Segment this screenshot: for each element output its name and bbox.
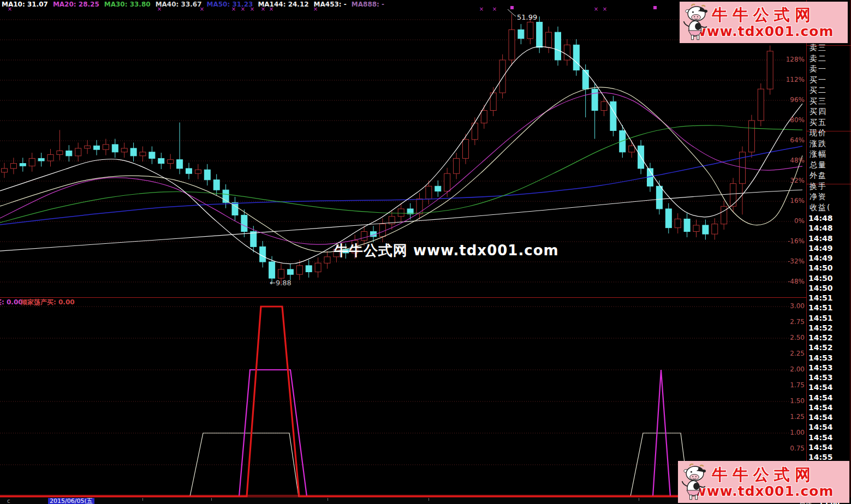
candle-body: [57, 151, 63, 155]
ad-banner-top[interactable]: 牛牛公式网 www.tdx001.com: [680, 2, 848, 43]
candle-body: [537, 22, 543, 47]
axis-tick: [328, 498, 328, 501]
candle-body: [278, 269, 284, 278]
candle-body: [38, 158, 44, 161]
low-price-annotation: ←9.88: [270, 279, 291, 287]
tick-time-row: 14:48: [808, 214, 833, 223]
orderbook-label: 收益(: [810, 203, 831, 213]
tick-time-row: 14:48: [808, 234, 833, 243]
candle-body: [103, 145, 109, 149]
signal-square-mark: [653, 6, 657, 9]
axis-tick: [211, 498, 212, 501]
tick-time-row: 14:49: [808, 254, 833, 262]
candle-body: [665, 209, 671, 228]
signal-x-mark: ×: [594, 6, 598, 12]
ma-label: MA453: -: [314, 1, 347, 8]
candle-body: [287, 269, 293, 274]
candle-body: [204, 170, 210, 180]
axis-tick: [142, 498, 143, 501]
tick-time-row: 14:54: [808, 413, 833, 422]
candle-body: [509, 30, 515, 61]
candle-body: [251, 232, 257, 247]
tick-time-row: 14:52: [808, 333, 833, 342]
ad-banner-bottom[interactable]: 牛牛公式网 www.tdx001.com: [678, 461, 849, 503]
candle-body: [426, 186, 432, 199]
sub-tick-label: 1.75: [762, 382, 805, 389]
candle-body: [361, 232, 367, 241]
candle-body: [601, 101, 607, 110]
sub-tick-label: 1.50: [762, 398, 805, 405]
candle-body: [47, 154, 53, 161]
ma-label: MA144: 24.12: [258, 1, 308, 8]
orderbook-label: 买一: [810, 75, 827, 85]
tick-time-row: 14:54: [808, 433, 833, 442]
candle-body: [85, 146, 91, 148]
candle-body: [260, 247, 266, 262]
tick-time-row: 14:52: [808, 343, 833, 352]
candle-body: [94, 146, 100, 149]
candle-body: [620, 131, 626, 152]
candle-body: [398, 209, 404, 217]
sub-tick-label: 2.25: [762, 350, 805, 357]
sub-tick-label: 2.75: [762, 319, 805, 326]
orderbook-label: 外盘: [810, 171, 827, 181]
screen-edge-line: [850, 0, 850, 504]
candle-body: [555, 32, 561, 60]
orderbook-label: 涨跌: [810, 139, 827, 149]
ma-label: MA30: 33.80: [104, 1, 151, 8]
candle-body: [296, 266, 302, 274]
orderbook-label: 卖二: [810, 54, 827, 64]
sub-indicator-header: 买: 0.00 倾家荡产买: 0.00: [0, 298, 218, 306]
candle-body: [186, 169, 192, 173]
candle-body: [10, 164, 16, 169]
percent-tick-label: 112%: [762, 76, 805, 83]
center-watermark: 牛牛公式网 www.tdx001.com: [334, 241, 559, 260]
signal-x-mark: ×: [603, 6, 607, 12]
candle-body: [324, 257, 330, 263]
percent-tick-label: 16%: [762, 197, 805, 205]
tick-time-row: 14:50: [808, 284, 833, 292]
tdx-app-window: ××××××××××××× MA10: 31.07MA20: 28.25MA30…: [0, 0, 851, 504]
ma-label: MA50: 31.23: [207, 1, 253, 8]
candle-body: [315, 263, 321, 272]
date-chip[interactable]: 2015/06/05(五: [48, 498, 94, 504]
tick-time-row: 14:50: [808, 274, 833, 283]
candle-body: [241, 215, 247, 231]
percent-tick-label: 80%: [762, 117, 805, 124]
candle-body: [748, 121, 754, 152]
ma40-line: [0, 87, 802, 252]
candle-body: [499, 60, 505, 93]
tick-time-row: 14:48: [808, 224, 833, 232]
ma10-line: [0, 46, 802, 263]
candle-body: [684, 219, 690, 231]
candle-body: [130, 148, 136, 156]
signal-x-mark: ×: [479, 6, 484, 12]
candle-body: [416, 199, 422, 214]
tick-time-row: 14:54: [808, 423, 833, 431]
sub-tick-label: 3.00: [762, 303, 805, 310]
candle-body: [481, 111, 487, 123]
sub-tick-label: 2.00: [762, 366, 805, 373]
tick-time-row: 14:49: [808, 244, 833, 253]
tick-time-row: 14:51: [808, 303, 833, 312]
orderbook-label: 买三: [810, 97, 827, 106]
candle-body: [730, 184, 736, 207]
indicator-value-2: 倾家荡产买: 0.00: [21, 298, 75, 307]
candle-body: [463, 140, 469, 159]
signal-square-mark: [510, 6, 514, 9]
candle-body: [610, 101, 616, 130]
candle-body: [527, 22, 533, 39]
candle-body: [629, 146, 635, 152]
percent-tick-label: 96%: [762, 97, 805, 104]
right-panel-border: [806, 0, 807, 497]
high-price-annotation: 51.99: [517, 13, 537, 21]
ma-indicator-header: MA10: 31.07MA20: 28.25MA30: 33.80MA40: 3…: [2, 1, 389, 8]
candle-body: [656, 186, 662, 209]
candle-body: [168, 160, 174, 164]
status-left-char: c: [7, 499, 10, 504]
tick-time-row: 14:52: [808, 323, 833, 332]
orderbook-label: 买二: [810, 86, 827, 95]
tick-time-row: 14:53: [808, 353, 833, 362]
sub-tick-label: 1.00: [762, 429, 805, 436]
tick-time-row: 14:53: [808, 363, 833, 372]
